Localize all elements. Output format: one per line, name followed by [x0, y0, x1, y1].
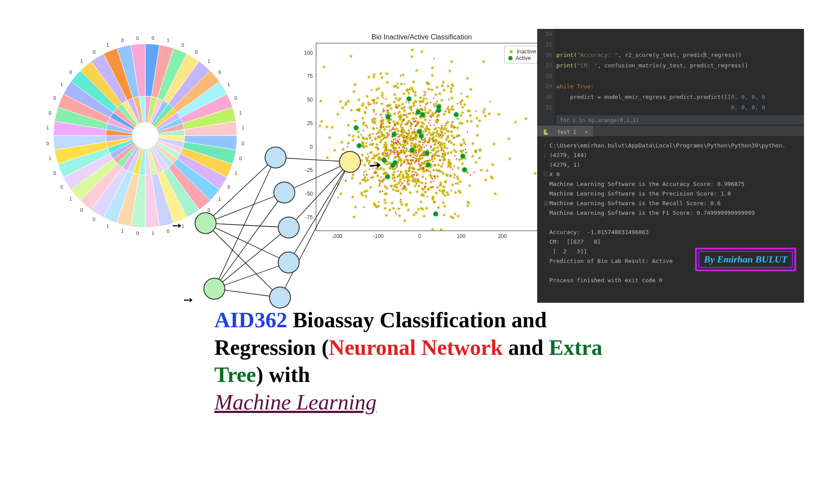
- nn-hidden-node: [278, 252, 300, 273]
- title-ml: Machine Learning: [214, 390, 377, 414]
- sunburst-outer-label: 0: [80, 207, 83, 213]
- x-tick: 0: [418, 233, 421, 239]
- circle-icon: [508, 56, 513, 60]
- sunburst-outer-label: 0: [136, 231, 139, 236]
- sunburst-outer-label: 0: [152, 35, 154, 41]
- legend-active: Active: [515, 55, 531, 61]
- neural-network-diagram: ➚ ➚: [175, 144, 385, 319]
- ide-panel: 2425262728293031 print("Accuracy: ", r2_…: [537, 29, 804, 303]
- svg-line-5: [214, 158, 276, 289]
- sunburst-outer-label: 1: [239, 110, 242, 116]
- legend-inactive: Inactive: [517, 48, 536, 55]
- sunburst-outer-label: 1: [227, 82, 230, 87]
- sunburst-outer-label: 0: [53, 95, 56, 101]
- author-name: By Emirhan BULUT: [704, 254, 787, 265]
- sunburst-outer-label: 0: [46, 141, 49, 146]
- y-tick: 25: [295, 120, 313, 126]
- sunburst-outer-label: 1: [46, 125, 49, 130]
- console-output[interactable]: ↑C:\Users\emirhan.bulut\AppData\Local\Pr…: [537, 136, 804, 303]
- y-tick: 50: [295, 97, 313, 103]
- svg-line-2: [206, 223, 289, 228]
- svg-line-3: [206, 223, 289, 262]
- page-title: AID362 Bioassay Classification and Regre…: [214, 306, 608, 416]
- nn-input-node: [203, 278, 225, 300]
- x-tick: 200: [498, 233, 507, 239]
- sunburst-outer-label: 1: [121, 228, 124, 234]
- x-tick: 100: [457, 233, 465, 239]
- sunburst-center-value: 419.912: [133, 132, 158, 140]
- sunburst-outer-label: 0: [218, 70, 221, 75]
- nn-input-node: [195, 212, 217, 234]
- sunburst-outer-label: 0: [234, 95, 237, 101]
- sunburst-outer-label: 0: [93, 49, 95, 55]
- sunburst-outer-label: 1: [70, 196, 72, 202]
- nn-hidden-node: [269, 287, 291, 308]
- run-tab-bar: 🐍 test 1 ×: [537, 125, 804, 136]
- sunburst-outer-label: 1: [207, 59, 210, 64]
- nn-hidden-node: [273, 182, 295, 203]
- y-tick: 75: [295, 73, 313, 79]
- svg-line-8: [214, 262, 289, 289]
- svg-line-6: [214, 192, 284, 289]
- svg-line-13: [289, 162, 350, 262]
- sunburst-outer-label: 0: [49, 110, 51, 116]
- nn-hidden-node: [278, 217, 300, 238]
- evaluate-bar[interactable]: for i in np.arange(0,1,1): [556, 115, 804, 125]
- svg-line-7: [214, 228, 289, 289]
- nn-hidden-node: [265, 147, 287, 168]
- line-number-gutter: 2425262728293031: [537, 29, 555, 125]
- sunburst-outer-label: 1: [60, 82, 63, 87]
- sunburst-outer-label: 1: [49, 156, 51, 161]
- svg-line-0: [206, 158, 276, 223]
- sunburst-outer-label: 1: [80, 59, 83, 64]
- sunburst-outer-label: 0: [136, 35, 139, 41]
- sunburst-outer-label: 0: [60, 184, 63, 189]
- scatter-title: Bio Inactive/Active Classification: [296, 33, 548, 41]
- code-editor[interactable]: print("Accuracy: ", r2_score(y_test, pre…: [556, 29, 804, 115]
- scatter-legend: ★Inactive Active: [504, 46, 540, 63]
- sunburst-outer-label: 0: [70, 70, 72, 75]
- star-icon: ★: [508, 48, 514, 55]
- sunburst-outer-label: 1: [106, 42, 109, 48]
- sunburst-outer-label: 0: [195, 49, 198, 55]
- nn-output-node: [339, 151, 361, 173]
- sunburst-outer-label: 0: [53, 171, 56, 176]
- sunburst-outer-label: 0: [93, 217, 95, 222]
- title-aid: AID362: [214, 308, 287, 332]
- svg-line-12: [289, 162, 350, 228]
- sunburst-outer-label: 1: [106, 224, 109, 229]
- sunburst-outer-label: 0: [182, 42, 184, 48]
- title-neuronal: Neuronal Network: [329, 335, 503, 360]
- y-tick: 100: [295, 50, 313, 56]
- sunburst-outer-label: 1: [241, 125, 244, 130]
- svg-line-1: [206, 192, 284, 223]
- sunburst-outer-label: 0: [121, 38, 124, 43]
- sunburst-outer-label: 1: [167, 38, 169, 43]
- sunburst-outer-label: 1: [152, 231, 154, 236]
- author-badge: By Emirhan BULUT: [695, 248, 796, 271]
- sunburst-outer-label: 0: [167, 228, 169, 234]
